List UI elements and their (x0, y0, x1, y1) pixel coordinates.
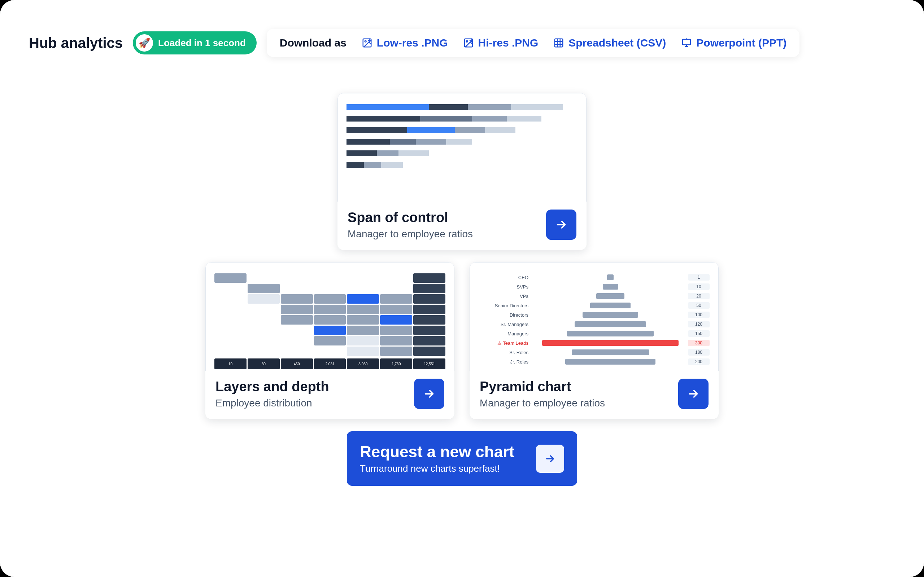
download-lowres-png-button[interactable]: Low-res .PNG (362, 37, 448, 49)
download-as-label: Download as (280, 37, 347, 49)
svg-rect-5 (683, 39, 691, 45)
page-title: Hub analytics (29, 35, 123, 51)
card-subtitle: Manager to employee ratios (480, 397, 605, 409)
request-title: Request a new chart (360, 443, 514, 461)
cards-container: Span of control Manager to employee rati… (29, 93, 895, 486)
open-span-button[interactable] (546, 210, 577, 240)
download-hires-png-button[interactable]: Hi-res .PNG (463, 37, 538, 49)
card-layers-and-depth[interactable]: 10804502,0818,0501,78012,551 Layers and … (205, 262, 454, 419)
loaded-label: Loaded in 1 second (158, 37, 246, 49)
card-title: Pyramid chart (480, 379, 605, 395)
arrow-right-icon (687, 387, 700, 400)
card-pyramid-chart[interactable]: CEO1SVPs10VPs20Senior Directors50Directo… (470, 262, 719, 419)
rocket-icon: 🚀 (136, 34, 153, 52)
table-icon (553, 37, 564, 48)
download-option-label: Spreadsheet (CSV) (569, 37, 666, 49)
svg-point-3 (466, 41, 467, 42)
image-down-icon (463, 37, 474, 48)
download-option-label: Powerpoint (PPT) (696, 37, 787, 49)
request-go-button[interactable] (536, 445, 564, 473)
arrow-right-icon (555, 218, 568, 231)
presentation-icon (681, 37, 692, 48)
request-new-chart-card[interactable]: Request a new chart Turnaround new chart… (347, 431, 577, 486)
download-option-label: Low-res .PNG (377, 37, 448, 49)
download-option-label: Hi-res .PNG (478, 37, 538, 49)
download-toolbar: Download as Low-res .PNG Hi-res .PNG Spr… (267, 29, 800, 57)
image-down-icon (362, 37, 373, 48)
card-subtitle: Employee distribution (215, 397, 329, 409)
arrow-right-icon (423, 387, 436, 400)
pyramid-preview: CEO1SVPs10VPs20Senior Directors50Directo… (470, 263, 718, 371)
header: Hub analytics 🚀 Loaded in 1 second Downl… (29, 29, 895, 57)
card-span-of-control[interactable]: Span of control Manager to employee rati… (338, 93, 586, 250)
svg-rect-4 (555, 39, 563, 47)
app-frame: Hub analytics 🚀 Loaded in 1 second Downl… (0, 0, 924, 577)
card-title: Span of control (347, 210, 473, 226)
svg-point-1 (365, 41, 366, 42)
span-preview (338, 93, 586, 201)
arrow-right-icon (544, 453, 556, 464)
card-title: Layers and depth (215, 379, 329, 395)
layers-preview: 10804502,0818,0501,78012,551 (206, 263, 454, 371)
download-ppt-button[interactable]: Powerpoint (PPT) (681, 37, 787, 49)
request-subtitle: Turnaround new charts superfast! (360, 463, 514, 474)
open-layers-button[interactable] (414, 379, 444, 409)
open-pyramid-button[interactable] (678, 379, 709, 409)
download-csv-button[interactable]: Spreadsheet (CSV) (553, 37, 666, 49)
card-subtitle: Manager to employee ratios (347, 228, 473, 240)
loaded-pill: 🚀 Loaded in 1 second (133, 31, 257, 55)
